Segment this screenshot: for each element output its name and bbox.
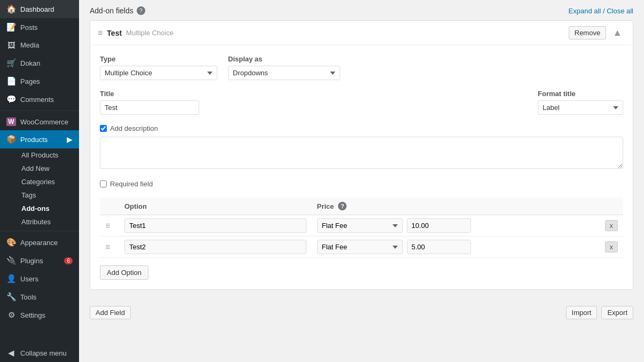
title-input[interactable]: [100, 100, 199, 115]
drag-handle-icon[interactable]: ≡: [98, 28, 103, 38]
options-table: Option Price ? ≡: [100, 198, 623, 258]
tools-icon: 🔧: [6, 292, 16, 302]
sidebar-item-comments[interactable]: 💬 Comments: [0, 90, 79, 108]
sidebar-item-pages[interactable]: 📄 Pages: [0, 72, 79, 90]
description-textarea[interactable]: [100, 137, 623, 169]
card-body: Type Multiple Choice Checkbox Text Numbe…: [90, 45, 633, 289]
price-input-1[interactable]: [407, 240, 471, 254]
table-row: ≡ Flat FeePercentage FeeQuantity Based x: [100, 237, 623, 258]
description-checkbox-label: Add description: [100, 124, 623, 132]
remove-col-header: [600, 198, 624, 215]
page-header-left: Add-on fields ?: [90, 6, 145, 15]
type-label: Type: [100, 55, 217, 63]
comments-icon: 💬: [6, 95, 16, 104]
posts-icon: 📝: [6, 22, 16, 32]
sidebar: 🏠 Dashboard 📝 Posts 🖼 Media 🛒 Dokan 📄 Pa…: [0, 0, 79, 362]
import-export-group: Import Export: [566, 306, 633, 319]
sidebar-item-collapse[interactable]: ◀ Collapse menu: [0, 344, 79, 362]
sidebar-divider-1: [0, 111, 79, 111]
required-row: Required field: [100, 180, 623, 188]
page-header: Add-on fields ? Expand all / Close all: [79, 0, 644, 20]
price-help-icon[interactable]: ?: [338, 202, 347, 210]
products-arrow: ▶: [67, 135, 73, 144]
add-description-text: Add description: [110, 124, 158, 132]
option-drag-handle[interactable]: ≡: [105, 221, 110, 230]
sidebar-item-tools[interactable]: 🔧 Tools: [0, 288, 79, 306]
expand-all-link[interactable]: Expand all / Close all: [569, 7, 633, 15]
type-display-row: Type Multiple Choice Checkbox Text Numbe…: [100, 55, 623, 80]
price-col-header: Price ?: [312, 198, 600, 215]
remove-option-button-1[interactable]: x: [605, 241, 618, 253]
sidebar-item-all-products[interactable]: All Products: [15, 148, 79, 162]
pages-icon: 📄: [6, 76, 16, 86]
sidebar-item-users[interactable]: 👤 Users: [0, 270, 79, 288]
sidebar-item-tags[interactable]: Tags: [15, 188, 79, 202]
dokan-icon: 🛒: [6, 58, 16, 68]
card-title: Test: [107, 29, 122, 37]
title-group: Title: [100, 90, 527, 115]
sidebar-item-dashboard[interactable]: 🏠 Dashboard: [0, 0, 79, 18]
type-select[interactable]: Multiple Choice Checkbox Text Number Fil…: [100, 66, 217, 80]
sidebar-item-appearance[interactable]: 🎨 Appearance: [0, 233, 79, 251]
plugins-badge: 6: [64, 257, 73, 264]
sidebar-item-addons[interactable]: Add-ons: [15, 202, 79, 215]
display-select[interactable]: Dropdowns Radio Buttons Images: [228, 66, 340, 80]
option-drag-handle[interactable]: ≡: [105, 242, 110, 251]
settings-icon: ⚙: [6, 310, 16, 320]
main-content: Add-on fields ? Expand all / Close all ≡…: [79, 0, 644, 362]
plugins-icon: 🔌: [6, 256, 16, 265]
products-icon: 📦: [6, 135, 16, 144]
card-actions: Remove ▲: [569, 26, 625, 40]
price-type-select-0[interactable]: Flat FeePercentage FeeQuantity Based: [317, 218, 403, 233]
options-table-header: Option Price ?: [100, 198, 623, 215]
remove-button[interactable]: Remove: [569, 26, 606, 40]
bottom-bar: Add Field Import Export: [79, 301, 644, 325]
price-type-select-1[interactable]: Flat FeePercentage FeeQuantity Based: [317, 240, 403, 254]
option-input-0[interactable]: [124, 218, 307, 233]
sidebar-item-dokan[interactable]: 🛒 Dokan: [0, 54, 79, 72]
export-button[interactable]: Export: [601, 306, 633, 319]
display-label: Display as: [228, 55, 340, 63]
import-button[interactable]: Import: [566, 306, 598, 319]
sidebar-divider-2: [0, 231, 79, 231]
add-field-button[interactable]: Add Field: [90, 306, 131, 319]
add-description-checkbox[interactable]: [100, 125, 107, 132]
description-row: Add description: [100, 124, 623, 170]
sidebar-item-woocommerce[interactable]: W WooCommerce: [0, 113, 79, 130]
collapse-icon: ◀: [6, 348, 16, 358]
sidebar-item-attributes[interactable]: Attributes: [15, 215, 79, 229]
sidebar-item-posts[interactable]: 📝 Posts: [0, 18, 79, 36]
sidebar-item-add-new[interactable]: Add New: [15, 162, 79, 175]
format-title-label: Format title: [538, 90, 623, 98]
option-input-1[interactable]: [124, 240, 307, 254]
users-icon: 👤: [6, 274, 16, 284]
type-group: Type Multiple Choice Checkbox Text Numbe…: [100, 55, 217, 80]
add-option-button[interactable]: Add Option: [100, 265, 148, 280]
addon-card: ≡ Test Multiple Choice Remove ▲ Type Mul…: [90, 20, 633, 290]
format-select[interactable]: Label Hide Above: [538, 100, 623, 115]
collapse-card-button[interactable]: ▲: [609, 26, 625, 40]
sidebar-item-media[interactable]: 🖼 Media: [0, 36, 79, 54]
media-icon: 🖼: [6, 41, 16, 50]
help-icon[interactable]: ?: [137, 6, 145, 15]
required-checkbox[interactable]: [100, 180, 107, 187]
woocommerce-icon: W: [6, 117, 16, 126]
required-label: Required field: [110, 180, 153, 188]
table-row: ≡ Flat FeePercentage FeeQuantity Based x: [100, 215, 623, 237]
page-title: Add-on fields: [90, 6, 133, 15]
drag-col-header: [100, 198, 119, 215]
sidebar-item-plugins[interactable]: 🔌 Plugins 6: [0, 251, 79, 270]
dashboard-icon: 🏠: [6, 4, 16, 14]
appearance-icon: 🎨: [6, 238, 16, 247]
sidebar-item-settings[interactable]: ⚙ Settings: [0, 306, 79, 324]
sidebar-item-categories[interactable]: Categories: [15, 175, 79, 188]
title-row: Title Format title Label Hide Above: [100, 90, 623, 115]
price-col-label: Price ?: [317, 202, 347, 210]
display-group: Display as Dropdowns Radio Buttons Image…: [228, 55, 340, 80]
card-subtitle: Multiple Choice: [126, 29, 174, 37]
options-tbody: ≡ Flat FeePercentage FeeQuantity Based x…: [100, 215, 623, 258]
option-col-header: Option: [119, 198, 312, 215]
remove-option-button-0[interactable]: x: [605, 220, 618, 231]
price-input-0[interactable]: [407, 218, 471, 233]
sidebar-item-products[interactable]: 📦 Products ▶: [0, 130, 79, 148]
